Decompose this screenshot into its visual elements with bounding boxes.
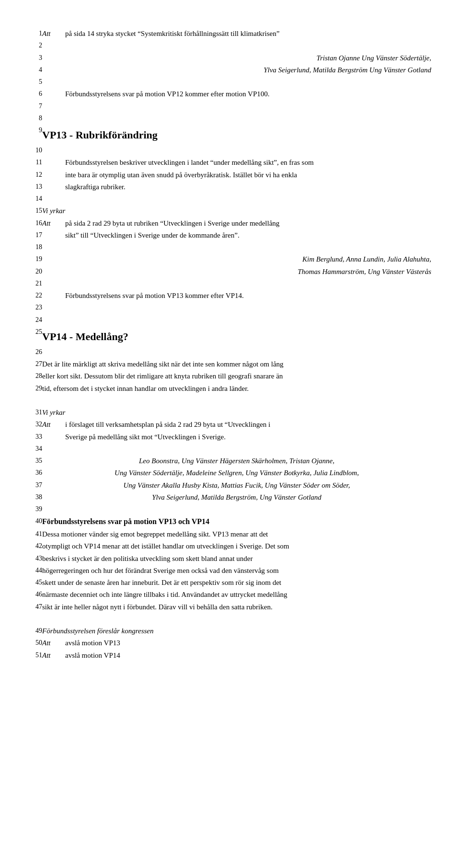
- table-row: 33Sverige på medellång sikt mot “Utveckl…: [29, 431, 431, 443]
- line-number: 13: [29, 181, 42, 193]
- line-number: 42: [29, 540, 42, 552]
- line-text: Förbundsstyrelsen beskriver utvecklingen…: [65, 157, 431, 169]
- line-number: 31: [29, 407, 42, 419]
- line-number: 18: [29, 241, 42, 253]
- line-text: Kim Berglund, Anna Lundin, Julia Alahuht…: [42, 253, 431, 265]
- table-row: 45skett under de senaste åren har innebu…: [29, 577, 431, 589]
- line-number: 24: [29, 314, 42, 326]
- line-number: 49: [29, 625, 42, 637]
- line-number: 7: [29, 101, 42, 113]
- table-row: 25VP14 - Medellång?: [29, 326, 431, 346]
- table-row: 3Tristan Ojanne Ung Vänster Södertälje,: [29, 52, 431, 64]
- att-keyword: Att: [42, 650, 65, 662]
- line-number: 5: [29, 76, 42, 88]
- line-text: i förslaget till verksamhetsplan på sida…: [65, 419, 431, 431]
- line-text: Förbundsstyrelsens svar på motion VP13 o…: [42, 515, 431, 528]
- table-row: 39: [29, 503, 431, 515]
- line-number: 11: [29, 157, 42, 169]
- line-number: 45: [29, 577, 42, 589]
- table-row: 35Leo Boonstra, Ung Vänster Hägersten Sk…: [29, 455, 431, 467]
- table-row: 20Thomas Hammarström, Ung Vänster Väster…: [29, 266, 431, 278]
- line-number: 32: [29, 419, 42, 431]
- line-number: 2: [29, 40, 42, 52]
- line-text: beskrivs i stycket är den politiska utve…: [42, 553, 431, 565]
- table-row: 47sikt är inte heller något nytt i förbu…: [29, 601, 431, 613]
- table-row: 23: [29, 302, 431, 314]
- line-text: Förbundsstyrelsens svar på motion VP12 k…: [65, 88, 431, 100]
- table-row: 34: [29, 443, 431, 455]
- table-row: 6Förbundsstyrelsens svar på motion VP12 …: [29, 88, 431, 100]
- table-row: 12inte bara är otymplig utan även snudd …: [29, 169, 431, 181]
- line-number: 14: [29, 193, 42, 205]
- line-number: 37: [29, 480, 42, 491]
- page: 1Attpå sida 14 stryka stycket “Systemkri…: [0, 0, 460, 690]
- table-row: 8: [29, 113, 431, 125]
- table-row: 4Ylva Seigerlund, Matilda Bergström Ung …: [29, 64, 431, 76]
- line-text: VP14 - Medellång?: [42, 326, 431, 346]
- line-text: otympligt och VP14 menar att det iställe…: [42, 540, 431, 552]
- table-row: 28eller kort sikt. Dessutom blir det rim…: [29, 370, 431, 382]
- att-keyword: Att: [42, 419, 65, 431]
- table-row: 46närmaste decenniet och inte längre til…: [29, 589, 431, 601]
- line-number: 34: [29, 443, 42, 455]
- line-text: närmaste decenniet och inte längre tillb…: [42, 589, 431, 601]
- table-row: 7: [29, 101, 431, 113]
- line-text: VP13 - Rubrikförändring: [42, 125, 431, 145]
- line-number: 43: [29, 553, 42, 565]
- line-text: Ylva Seigerlund, Matilda Bergström Ung V…: [42, 64, 431, 76]
- table-row: 16Attpå sida 2 rad 29 byta ut rubriken “…: [29, 217, 431, 229]
- table-row: 15Vi yrkar: [29, 205, 431, 217]
- table-row: 11Förbundsstyrelsen beskriver utveckling…: [29, 157, 431, 169]
- line-text: Vi yrkar: [42, 205, 431, 217]
- line-number: 51: [29, 650, 42, 662]
- att-keyword: [42, 157, 65, 169]
- line-number: 9: [29, 125, 42, 145]
- table-row: 19Kim Berglund, Anna Lundin, Julia Alahu…: [29, 253, 431, 265]
- table-row: 17sikt” till “Utvecklingen i Sverige und…: [29, 229, 431, 241]
- table-row: 44högerregeringen och hur det förändrat …: [29, 565, 431, 577]
- att-keyword: [42, 181, 65, 193]
- line-number: 26: [29, 346, 42, 358]
- line-text: skett under de senaste åren har inneburi…: [42, 577, 431, 589]
- line-number: 29: [29, 383, 42, 395]
- line-number: 39: [29, 503, 42, 515]
- table-row: 9VP13 - Rubrikförändring: [29, 125, 431, 145]
- att-keyword: [42, 229, 65, 241]
- line-number: 38: [29, 491, 42, 503]
- line-number: 1: [29, 28, 42, 40]
- line-number: 28: [29, 370, 42, 382]
- table-row: 1Attpå sida 14 stryka stycket “Systemkri…: [29, 28, 431, 40]
- line-number: [29, 395, 42, 407]
- att-keyword: [42, 169, 65, 181]
- line-text: Sverige på medellång sikt mot “Utvecklin…: [65, 431, 431, 443]
- line-text: Leo Boonstra, Ung Vänster Hägersten Skär…: [42, 455, 431, 467]
- table-row: 21: [29, 278, 431, 290]
- table-row: 22Förbundsstyrelsens svar på motion VP13…: [29, 290, 431, 302]
- line-text: Det är lite märkligt att skriva medellån…: [42, 358, 431, 370]
- line-number: 44: [29, 565, 42, 577]
- line-text: Ung Vänster Södertälje, Madeleine Sellgr…: [42, 467, 431, 479]
- line-number: 46: [29, 589, 42, 601]
- table-row: 13slagkraftiga rubriker.: [29, 181, 431, 193]
- table-row: [29, 395, 431, 407]
- line-text: tid, eftersom det i stycket innan handla…: [42, 383, 431, 395]
- line-number: 8: [29, 113, 42, 125]
- line-number: 10: [29, 145, 42, 157]
- line-number: 25: [29, 326, 42, 346]
- table-row: [29, 613, 431, 625]
- line-number: [29, 613, 42, 625]
- table-row: 14: [29, 193, 431, 205]
- att-keyword: [42, 290, 65, 302]
- table-row: 32Atti förslaget till verksamhetsplan på…: [29, 419, 431, 431]
- line-text: avslå motion VP13: [65, 637, 431, 649]
- line-number: 33: [29, 431, 42, 443]
- line-number: 21: [29, 278, 42, 290]
- table-row: 42otympligt och VP14 menar att det istäl…: [29, 540, 431, 552]
- line-number: 16: [29, 217, 42, 229]
- line-text: sikt” till “Utvecklingen i Sverige under…: [65, 229, 431, 241]
- line-text: slagkraftiga rubriker.: [65, 181, 431, 193]
- att-keyword: Att: [42, 217, 65, 229]
- line-text: högerregeringen och hur det förändrat Sv…: [42, 565, 431, 577]
- table-row: 27Det är lite märkligt att skriva medell…: [29, 358, 431, 370]
- content-area: 1Attpå sida 14 stryka stycket “Systemkri…: [29, 28, 431, 662]
